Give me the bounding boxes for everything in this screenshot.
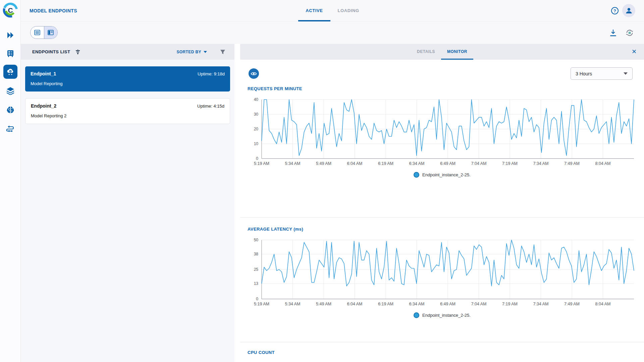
svg-text:6:34 AM: 6:34 AM: [409, 161, 425, 166]
svg-text:5:19 AM: 5:19 AM: [254, 161, 269, 166]
chevron-down-icon: [204, 51, 207, 53]
left-nav-rail: C: [0, 0, 21, 362]
sorted-by-dropdown[interactable]: SORTED BY: [176, 50, 207, 54]
svg-text:5:34 AM: 5:34 AM: [285, 302, 301, 306]
tab-details[interactable]: DETAILS: [411, 44, 441, 60]
monitor-body: 3 Hours REQUESTS PER MINUTE 5:19 AM5:34 …: [240, 60, 644, 362]
svg-text:40: 40: [254, 97, 259, 102]
tab-active[interactable]: ACTIVE: [298, 0, 330, 21]
split-view-icon: [48, 30, 54, 35]
svg-text:6:19 AM: 6:19 AM: [378, 302, 393, 306]
requests-per-minute-section: REQUESTS PER MINUTE 5:19 AM5:34 AM5:49 A…: [240, 86, 644, 178]
svg-text:5:49 AM: 5:49 AM: [316, 161, 331, 166]
legend-label: Endpoint_instance_2-25.: [422, 172, 471, 177]
endpoints-list-panel: ENDPOINTS LIST SORTED BY Endpoint_1 Upti…: [21, 44, 234, 362]
endpoint-name: Endpoint_1: [31, 71, 56, 76]
help-icon[interactable]: ?: [611, 7, 619, 14]
svg-text:6:49 AM: 6:49 AM: [440, 161, 455, 166]
download-icon[interactable]: [609, 28, 618, 37]
section-divider: [240, 217, 644, 218]
latency-chart[interactable]: 5:19 AM5:34 AM5:49 AM6:04 AM6:19 AM6:34 …: [248, 237, 644, 310]
view-mode-toggle: [30, 26, 58, 39]
svg-text:13: 13: [254, 281, 259, 286]
section-divider: [240, 342, 644, 342]
time-range-value: 3 Hours: [576, 71, 592, 76]
cpu-chart[interactable]: 1: [248, 360, 644, 362]
filter-icon[interactable]: [220, 49, 226, 55]
svg-text:50: 50: [254, 238, 259, 242]
svg-text:6:34 AM: 6:34 AM: [409, 302, 425, 306]
cpu-count-section: CPU COUNT 1: [240, 350, 644, 362]
model-endpoints-page: C: [0, 0, 644, 362]
split-view-button[interactable]: [44, 26, 57, 39]
legend-label: Endpoint_instance_2-25.: [422, 313, 471, 318]
monitor-tabs: DETAILS MONITOR: [240, 44, 644, 60]
svg-text:0: 0: [256, 156, 258, 161]
user-avatar[interactable]: [622, 4, 635, 17]
svg-text:20: 20: [254, 127, 259, 131]
monitor-panel: DETAILS MONITOR ✕ 3 Hours REQUESTS PER M…: [240, 44, 644, 362]
endpoint-uptime: Uptime: 4:15d: [197, 104, 224, 109]
top-header-bar: MODEL ENDPOINTS ACTIVE LOADING ?: [21, 0, 644, 21]
svg-text:7:04 AM: 7:04 AM: [471, 302, 487, 306]
svg-text:7:19 AM: 7:19 AM: [502, 161, 518, 166]
expand-rail-icon[interactable]: [0, 32, 21, 39]
endpoint-card-2[interactable]: Endpoint_2 Uptime: 4:15d Model Reporting…: [25, 98, 230, 124]
svg-text:6:49 AM: 6:49 AM: [440, 302, 455, 306]
svg-text:8:04 AM: 8:04 AM: [595, 161, 611, 166]
svg-text:7:49 AM: 7:49 AM: [564, 302, 580, 306]
chart-legend[interactable]: Endpoint_instance_2-25.: [248, 172, 637, 178]
chart-legend[interactable]: Endpoint_instance_2-25.: [248, 312, 637, 318]
svg-text:30: 30: [254, 112, 259, 117]
endpoint-description: Model Reporting: [31, 81, 225, 86]
svg-text:5:34 AM: 5:34 AM: [285, 161, 301, 166]
layers-icon[interactable]: [0, 87, 21, 95]
ai-brain-icon[interactable]: [0, 106, 21, 114]
svg-text:38: 38: [254, 252, 259, 256]
requests-chart[interactable]: 5:19 AM5:34 AM5:49 AM6:04 AM6:19 AM6:34 …: [248, 96, 644, 169]
svg-text:5:19 AM: 5:19 AM: [254, 302, 269, 306]
endpoint-uptime: Uptime: 9:18d: [198, 71, 225, 76]
endpoint-name: Endpoint_2: [31, 103, 56, 109]
svg-text:10: 10: [254, 141, 259, 146]
time-range-select[interactable]: 3 Hours: [571, 67, 633, 80]
table-view-icon: [34, 30, 40, 35]
svg-text:7:34 AM: 7:34 AM: [533, 302, 549, 306]
svg-text:25: 25: [254, 267, 259, 272]
chart-title: CPU COUNT: [248, 350, 644, 355]
eye-icon: [251, 71, 257, 76]
svg-text:0: 0: [256, 297, 258, 301]
monitor-panel-header: DETAILS MONITOR ✕: [240, 44, 644, 60]
pipeline-icon[interactable]: [0, 125, 21, 133]
svg-text:5:49 AM: 5:49 AM: [316, 302, 331, 306]
endpoints-list-header: ENDPOINTS LIST SORTED BY: [21, 44, 234, 60]
average-latency-section: AVERAGE LATENCY (ms) 5:19 AM5:34 AM5:49 …: [240, 227, 644, 318]
svg-text:7:49 AM: 7:49 AM: [564, 161, 580, 166]
cloudera-logo-icon[interactable]: C: [2, 2, 18, 18]
endpoint-state-tabs: ACTIVE LOADING: [21, 0, 644, 21]
close-icon[interactable]: ✕: [632, 48, 637, 55]
person-icon: [625, 7, 633, 14]
visibility-toggle-button[interactable]: [249, 68, 259, 79]
toolbar-row: [21, 22, 644, 44]
endpoints-list-title: ENDPOINTS LIST: [32, 49, 70, 54]
svg-text:7:19 AM: 7:19 AM: [502, 302, 518, 306]
legend-dot-icon: [414, 312, 419, 318]
data-services-icon[interactable]: [0, 50, 21, 58]
svg-text:C: C: [8, 6, 13, 14]
legend-dot-icon: [414, 172, 419, 178]
svg-text:6:04 AM: 6:04 AM: [347, 302, 363, 306]
endpoint-card-1[interactable]: Endpoint_1 Uptime: 9:18d Model Reporting: [25, 66, 230, 92]
chevron-down-icon: [624, 72, 628, 75]
sorted-by-label: SORTED BY: [176, 50, 201, 54]
sort-icon[interactable]: [75, 49, 81, 55]
model-endpoints-nav-selected[interactable]: [3, 65, 17, 79]
svg-text:7:04 AM: 7:04 AM: [471, 161, 487, 166]
endpoint-description: Model Reporting 2: [31, 113, 224, 118]
tab-monitor[interactable]: MONITOR: [441, 44, 473, 60]
tab-loading[interactable]: LOADING: [330, 0, 367, 21]
svg-text:6:04 AM: 6:04 AM: [347, 161, 363, 166]
auto-refresh-pause-icon[interactable]: [625, 28, 634, 37]
table-view-button[interactable]: [31, 26, 44, 39]
chart-title: AVERAGE LATENCY (ms): [248, 227, 644, 232]
